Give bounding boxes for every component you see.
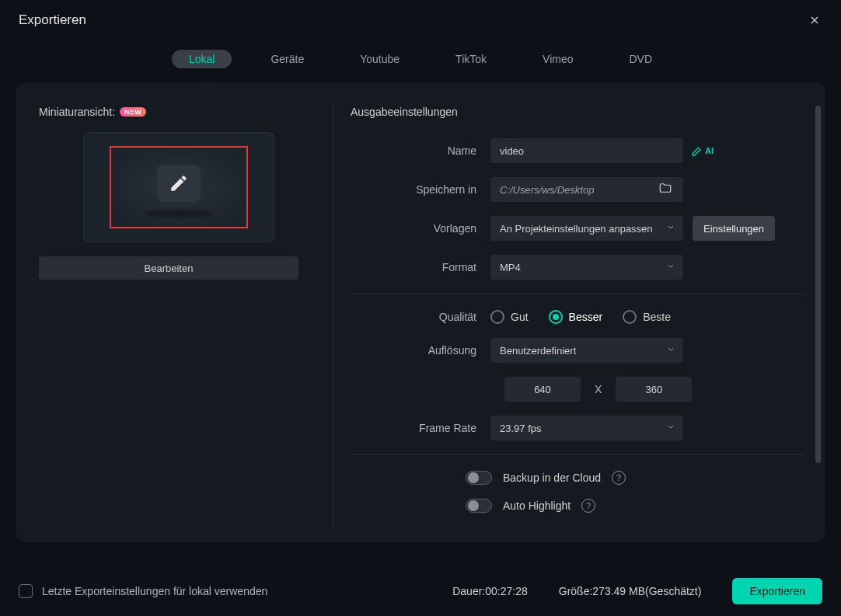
quality-gut-label: Gut — [511, 311, 529, 323]
edit-thumbnail-button[interactable]: Bearbeiten — [39, 256, 298, 280]
help-icon[interactable]: ? — [581, 499, 595, 513]
quality-label: Qualität — [351, 311, 490, 323]
quality-beste-label: Beste — [643, 311, 671, 323]
format-label: Format — [351, 261, 490, 273]
auto-highlight-toggle[interactable] — [466, 499, 492, 513]
pencil-ai-icon — [691, 144, 703, 157]
use-last-settings-checkbox[interactable] — [19, 584, 33, 598]
height-input[interactable] — [616, 377, 692, 402]
ai-suffix: AI — [705, 146, 714, 155]
tab-dvd[interactable]: DVD — [612, 50, 669, 68]
framerate-value: 23.97 fps — [500, 423, 542, 434]
window-title: Exportieren — [19, 12, 86, 28]
pencil-icon — [157, 165, 201, 202]
help-icon[interactable]: ? — [612, 471, 626, 485]
vertical-divider — [333, 106, 333, 527]
duration-info: Dauer:00:27:28 — [452, 585, 528, 597]
size-info: Größe:273.49 MB(Geschätzt) — [559, 585, 702, 597]
thumbnail-preview[interactable] — [83, 132, 274, 242]
ai-name-button[interactable]: AI — [691, 144, 714, 157]
section-divider — [351, 454, 805, 455]
vertical-scrollbar[interactable] — [815, 106, 821, 463]
resolution-value: Benutzerdefiniert — [500, 345, 576, 357]
quality-radio-beste[interactable]: Beste — [623, 310, 671, 324]
templates-value: An Projekteinstellungen anpassen — [500, 223, 653, 235]
template-settings-button[interactable]: Einstellungen — [693, 216, 775, 241]
tab-lokal[interactable]: Lokal — [172, 50, 232, 68]
name-input[interactable] — [490, 138, 683, 163]
close-icon — [808, 14, 821, 26]
tab-youtube[interactable]: Youtube — [343, 50, 417, 68]
section-divider — [351, 294, 805, 294]
quality-besser-label: Besser — [569, 311, 603, 323]
save-to-input[interactable] — [490, 177, 683, 202]
framerate-label: Frame Rate — [351, 422, 490, 434]
quality-radio-besser[interactable]: Besser — [549, 310, 603, 324]
quality-radio-gut[interactable]: Gut — [490, 310, 529, 324]
use-last-settings-label: Letzte Exporteinstellungen für lokal ver… — [42, 585, 452, 597]
chevron-down-icon — [666, 262, 675, 273]
chevron-down-icon — [666, 423, 675, 434]
thumbnail-frame — [110, 146, 248, 228]
name-label: Name — [351, 144, 490, 157]
format-select[interactable]: MP4 — [490, 255, 683, 280]
width-input[interactable] — [504, 377, 581, 402]
templates-select[interactable]: An Projekteinstellungen anpassen — [490, 216, 683, 241]
framerate-select[interactable]: 23.97 fps — [490, 416, 683, 440]
thumbnail-label: Miniaturansicht: — [39, 106, 115, 118]
tab-vimeo[interactable]: Vimeo — [525, 50, 590, 68]
tab-geraete[interactable]: Geräte — [253, 50, 321, 68]
resolution-select[interactable]: Benutzerdefiniert — [490, 338, 683, 363]
new-badge: NEW — [120, 107, 146, 117]
backup-cloud-toggle[interactable] — [466, 471, 492, 485]
close-button[interactable] — [804, 9, 825, 31]
export-button[interactable]: Exportieren — [732, 578, 822, 604]
resolution-label: Auflösung — [351, 344, 490, 357]
format-value: MP4 — [500, 262, 521, 273]
save-to-label: Speichern in — [351, 183, 490, 196]
templates-label: Vorlagen — [351, 222, 490, 235]
backup-cloud-label: Backup in der Cloud — [503, 472, 601, 484]
chevron-down-icon — [666, 345, 675, 357]
chevron-down-icon — [666, 223, 675, 235]
tab-tiktok[interactable]: TikTok — [438, 50, 504, 68]
dimension-separator: X — [595, 383, 602, 395]
auto-highlight-label: Auto Highlight — [503, 499, 571, 512]
shadow-decoration — [144, 210, 214, 218]
export-tabs: Lokal Geräte Youtube TikTok Vimeo DVD — [0, 37, 841, 82]
output-settings-title: Ausgabeeinstellungen — [351, 106, 805, 118]
